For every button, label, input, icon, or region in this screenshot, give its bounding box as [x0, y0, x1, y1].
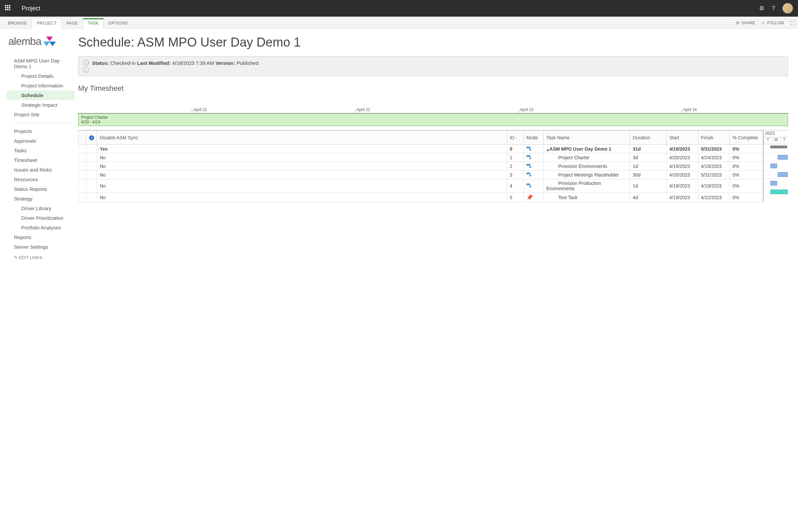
cell-pct-complete[interactable]: 0%	[730, 193, 763, 202]
tab-browse[interactable]: BROWSE	[3, 18, 32, 28]
cell-duration[interactable]: 1d	[630, 179, 667, 193]
cell-mode[interactable]	[524, 162, 544, 171]
cell-start[interactable]: 4/19/2023	[667, 145, 698, 153]
cell-finish[interactable]: 4/19/2023	[698, 162, 730, 171]
cell-finish[interactable]: 5/31/2023	[698, 171, 730, 179]
cell-start[interactable]: 4/19/2023	[667, 179, 698, 193]
row-selector[interactable]	[78, 171, 87, 179]
col-mode[interactable]: Mode	[524, 131, 544, 145]
cell-task-name[interactable]: Test Task	[544, 193, 630, 202]
cell-duration[interactable]: 1d	[630, 162, 667, 171]
cell-start[interactable]: 4/20/2023	[667, 171, 698, 179]
sidebar-item-strategic-impact[interactable]: Strategic Impact	[7, 100, 75, 110]
cell-task-name[interactable]: Project Charter	[544, 153, 630, 162]
info-icon[interactable]: i	[83, 67, 89, 73]
col-disable-asm-sync[interactable]: Disable ASM Sync	[97, 131, 507, 145]
sidebar-item-schedule[interactable]: Schedule	[7, 91, 75, 100]
cell-disable-sync[interactable]: No	[97, 193, 507, 202]
cell-duration[interactable]: 3d	[630, 153, 667, 162]
info-icon[interactable]: i	[83, 60, 89, 65]
edit-links-button[interactable]: EDIT LINKS	[7, 252, 75, 263]
cell-disable-sync[interactable]: Yes	[97, 145, 507, 153]
cell-mode[interactable]	[524, 145, 544, 153]
cell-finish[interactable]: 5/31/2023	[698, 145, 730, 153]
sidebar-item-projects[interactable]: Projects	[7, 126, 75, 136]
cell-finish[interactable]: 4/22/2023	[698, 193, 730, 202]
sidebar-item-status-reports[interactable]: Status Reports	[7, 184, 75, 194]
table-row[interactable]: No1Project Charter3d4/20/20234/24/20230%	[78, 153, 763, 162]
row-selector[interactable]	[78, 179, 87, 193]
col-id[interactable]: ID	[507, 131, 524, 145]
cell-start[interactable]: 4/19/2023	[667, 193, 698, 202]
cell-finish[interactable]: 4/19/2023	[698, 179, 730, 193]
tab-project[interactable]: PROJECT	[32, 18, 61, 28]
sidebar-item-driver-prioritization[interactable]: Driver Prioritization	[7, 213, 75, 223]
tab-options[interactable]: OPTIONS	[104, 18, 132, 28]
cell-id[interactable]: 3	[507, 171, 524, 179]
cell-id[interactable]: 2	[507, 162, 524, 171]
cell-pct-complete[interactable]: 0%	[730, 179, 763, 193]
sidebar-item-tasks[interactable]: Tasks	[7, 146, 75, 155]
cell-disable-sync[interactable]: No	[97, 171, 507, 179]
col-pct-complete[interactable]: % Complete	[730, 131, 763, 145]
table-row[interactable]: No3Project Meetings Placeholder30d4/20/2…	[78, 171, 763, 179]
cell-start[interactable]: 4/19/2023	[667, 162, 698, 171]
tab-task[interactable]: TASK	[83, 18, 104, 28]
cell-duration[interactable]: 30d	[630, 171, 667, 179]
cell-task-name[interactable]: Project Meetings Placeholder	[544, 171, 630, 179]
sidebar-item-resources[interactable]: Resources	[7, 174, 75, 184]
help-icon[interactable]: ?	[772, 5, 775, 12]
tab-page[interactable]: PAGE	[62, 18, 83, 28]
cell-mode[interactable]: 📌	[524, 193, 544, 202]
sidebar-item-portfolio-analyses[interactable]: Portfolio Analyses	[7, 223, 75, 232]
follow-button[interactable]: ☆FOLLOW	[761, 20, 784, 28]
cell-mode[interactable]	[524, 153, 544, 162]
col-task-name[interactable]: Task Name	[544, 131, 630, 145]
cell-duration[interactable]: 4d	[630, 193, 667, 202]
cell-task-name[interactable]: Provision Environments	[544, 162, 630, 171]
gantt-bar-project-charter[interactable]: Project Charter 4/20 - 4/24	[78, 113, 788, 126]
col-duration[interactable]: Duration	[630, 131, 667, 145]
cell-disable-sync[interactable]: No	[97, 179, 507, 193]
cell-pct-complete[interactable]: 0%	[730, 171, 763, 179]
avatar[interactable]	[782, 3, 793, 14]
fullscreen-button[interactable]: ⛶	[790, 20, 795, 28]
sidebar-item-project-site[interactable]: Project Site	[7, 110, 75, 119]
sidebar-item-project[interactable]: ASM MPO User Day Demo 1	[7, 56, 75, 71]
sidebar-item-server-settings[interactable]: Server Settings	[7, 242, 75, 252]
col-start[interactable]: Start	[667, 131, 698, 145]
table-row[interactable]: Yes0ASM MPO User Day Demo 131d4/19/20235…	[78, 145, 763, 153]
sidebar-item-issues-risks[interactable]: Issues and Risks	[7, 165, 75, 174]
sidebar-item-reports[interactable]: Reports	[7, 232, 75, 242]
cell-mode[interactable]	[524, 179, 544, 193]
col-finish[interactable]: Finish	[698, 131, 730, 145]
sidebar-item-strategy[interactable]: Strategy	[7, 194, 75, 204]
cell-disable-sync[interactable]: No	[97, 153, 507, 162]
cell-id[interactable]: 4	[507, 179, 524, 193]
row-selector[interactable]	[78, 162, 87, 171]
col-selector[interactable]	[78, 131, 87, 145]
cell-duration[interactable]: 31d	[630, 145, 667, 153]
logo[interactable]: alemba	[8, 35, 75, 48]
cell-pct-complete[interactable]: 0%	[730, 153, 763, 162]
app-launcher-icon[interactable]	[5, 5, 12, 12]
cell-start[interactable]: 4/20/2023	[667, 153, 698, 162]
col-info[interactable]: i	[87, 131, 97, 145]
table-row[interactable]: No4Provision Production Environments1d4/…	[78, 179, 763, 193]
row-selector[interactable]	[78, 145, 87, 153]
cell-task-name[interactable]: ASM MPO User Day Demo 1	[544, 145, 630, 153]
cell-pct-complete[interactable]: 0%	[730, 162, 763, 171]
gear-icon[interactable]: ⚙	[759, 5, 764, 12]
cell-task-name[interactable]: Provision Production Environments	[544, 179, 630, 193]
table-row[interactable]: No2Provision Environments1d4/19/20234/19…	[78, 162, 763, 171]
sidebar-item-project-information[interactable]: Project Information	[7, 81, 75, 91]
cell-id[interactable]: 5	[507, 193, 524, 202]
table-row[interactable]: No5📌Test Task4d4/19/20234/22/20230%	[78, 193, 763, 202]
cell-finish[interactable]: 4/24/2023	[698, 153, 730, 162]
row-selector[interactable]	[78, 193, 87, 202]
sidebar-item-timesheet[interactable]: Timesheet	[7, 155, 75, 165]
cell-pct-complete[interactable]: 0%	[730, 145, 763, 153]
sidebar-item-approvals[interactable]: Approvals	[7, 136, 75, 146]
share-button[interactable]: ⟳SHARE	[736, 20, 755, 28]
cell-id[interactable]: 0	[507, 145, 524, 153]
